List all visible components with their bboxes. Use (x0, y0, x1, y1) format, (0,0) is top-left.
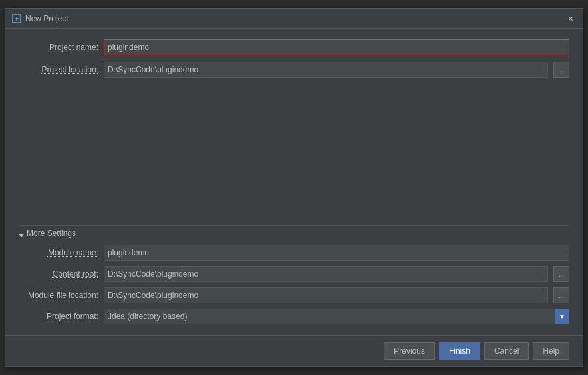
project-location-row: Project location: ... (19, 62, 569, 78)
dialog-title: New Project (25, 14, 561, 23)
cancel-button[interactable]: Cancel (484, 342, 529, 360)
project-name-input[interactable] (104, 39, 569, 55)
new-project-dialog: New Project × Project name: Project loca… (5, 8, 583, 367)
finish-button[interactable]: Finish (439, 342, 480, 360)
project-format-label: Project format: (19, 312, 98, 321)
dialog-footer: Previous Finish Cancel Help (5, 335, 583, 366)
title-bar: New Project × (5, 9, 583, 29)
module-name-label: Module name: (19, 248, 98, 257)
project-name-label: Project name: (19, 43, 98, 52)
module-file-location-row: Module file location: ... (19, 287, 569, 303)
body-spacer (19, 84, 569, 211)
previous-button[interactable]: Previous (384, 342, 435, 360)
project-format-select-wrapper: .idea (directory based) .ipr (file based… (104, 309, 569, 324)
content-root-input[interactable] (104, 266, 548, 282)
svg-marker-3 (19, 234, 24, 237)
more-settings-section: More Settings Module name: Content root: (19, 223, 569, 324)
module-file-location-input[interactable] (104, 287, 548, 303)
content-root-label: Content root: (19, 269, 98, 279)
project-name-row: Project name: (19, 39, 569, 55)
help-button[interactable]: Help (533, 342, 569, 360)
module-file-location-browse-button[interactable]: ... (553, 287, 569, 303)
content-root-row: Content root: ... (19, 266, 569, 282)
project-format-select[interactable]: .idea (directory based) .ipr (file based… (104, 309, 569, 324)
more-settings-label: More Settings (27, 229, 76, 238)
content-root-browse-button[interactable]: ... (553, 266, 569, 282)
dialog-icon (12, 14, 21, 23)
more-settings-fields: Module name: Content root: ... Module fi… (19, 245, 569, 324)
close-button[interactable]: × (565, 13, 576, 24)
project-location-label: Project location: (19, 65, 98, 74)
triangle-icon (19, 231, 24, 236)
module-name-row: Module name: (19, 245, 569, 261)
module-file-location-label: Module file location: (19, 291, 98, 300)
more-settings-toggle[interactable]: More Settings (19, 229, 569, 238)
project-location-browse-button[interactable]: ... (553, 62, 569, 78)
module-name-input[interactable] (104, 245, 569, 261)
separator-line (19, 225, 569, 226)
dialog-body: Project name: Project location: ... Mo (5, 29, 583, 335)
project-location-input[interactable] (104, 62, 548, 78)
project-format-row: Project format: .idea (directory based) … (19, 309, 569, 324)
